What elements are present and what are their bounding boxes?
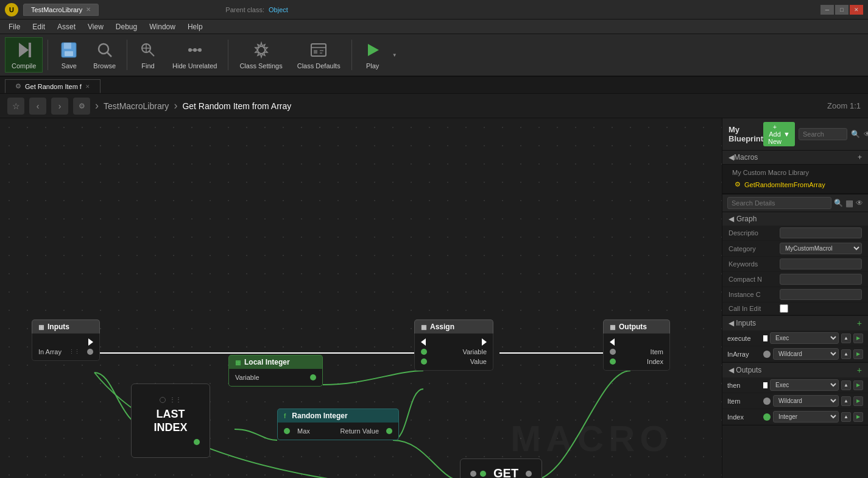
breadcrumb-project[interactable]: TestMacroLibrary bbox=[104, 101, 169, 111]
node-outputs: ▦ Outputs Item Index bbox=[603, 319, 670, 371]
menu-view[interactable]: View bbox=[82, 21, 110, 32]
menu-file[interactable]: File bbox=[2, 21, 26, 32]
menu-help[interactable]: Help bbox=[182, 21, 209, 32]
outputs-add-btn[interactable]: + bbox=[857, 365, 862, 375]
compile-label: Compile bbox=[12, 62, 36, 70]
back-button[interactable]: ‹ bbox=[29, 98, 46, 115]
menu-debug[interactable]: Debug bbox=[110, 21, 143, 32]
compile-icon bbox=[14, 40, 34, 60]
graph-keywords-row: Keywords bbox=[722, 257, 868, 272]
inarray-type-select[interactable]: Wildcard bbox=[773, 348, 839, 360]
instance-input[interactable] bbox=[780, 289, 862, 300]
add-new-dropdown-arrow[interactable]: ▼ bbox=[783, 130, 790, 138]
item-side-btn[interactable]: ▶ bbox=[853, 396, 863, 406]
io-then-label: then bbox=[727, 382, 761, 389]
svg-line-6 bbox=[107, 52, 111, 57]
inputs-exec-pin bbox=[88, 338, 93, 346]
get-title: GET bbox=[493, 466, 518, 478]
inputs-section-header[interactable]: ◀ Inputs + bbox=[722, 316, 868, 330]
execute-type-select[interactable]: Exec bbox=[770, 332, 839, 344]
toolbar-sep-4 bbox=[351, 40, 352, 70]
inarray-side-btn[interactable]: ▶ bbox=[853, 349, 863, 359]
class-defaults-label: Class Defaults bbox=[297, 62, 340, 70]
menu-asset[interactable]: Asset bbox=[51, 21, 82, 32]
node-last-index: ⋮⋮ LASTINDEX bbox=[131, 383, 210, 458]
graph-tab[interactable]: ⚙ Get Random Item f ✕ bbox=[5, 79, 101, 93]
compact-input[interactable] bbox=[780, 274, 862, 285]
main-tab[interactable]: TestMacroLibrary ✕ bbox=[23, 4, 99, 16]
details-eye-icon[interactable]: 👁 bbox=[856, 199, 863, 207]
forward-button[interactable]: › bbox=[51, 98, 68, 115]
sidebar-search-icon[interactable]: 🔍 bbox=[851, 130, 860, 138]
graph-instance-row: Instance C bbox=[722, 287, 868, 302]
sidebar-search-input[interactable] bbox=[799, 128, 847, 140]
blueprint-canvas[interactable]: ▦ Inputs In Array ⋮⋮ ▦ Outputs bbox=[0, 118, 722, 478]
toolbar-sep-2 bbox=[127, 40, 127, 70]
execute-up-btn[interactable]: ▲ bbox=[841, 334, 851, 343]
hide-unrelated-button[interactable]: Hide Unrelated bbox=[166, 38, 223, 72]
tab-close-btn[interactable]: ✕ bbox=[86, 6, 91, 13]
add-new-button[interactable]: + Add New ▼ bbox=[763, 122, 795, 146]
keywords-input[interactable] bbox=[780, 259, 862, 269]
svg-marker-22 bbox=[368, 44, 379, 56]
index-up-btn[interactable]: ▲ bbox=[841, 412, 851, 422]
parent-class-value[interactable]: Object bbox=[269, 6, 288, 13]
details-grid-view-icon[interactable]: ▦ bbox=[845, 198, 853, 208]
callinedit-checkbox[interactable] bbox=[780, 304, 788, 313]
svg-rect-21 bbox=[320, 52, 322, 54]
description-label: Descriptio bbox=[729, 229, 777, 237]
lastindex-out-pin bbox=[194, 439, 200, 445]
find-label: Find bbox=[141, 62, 154, 70]
then-type-select[interactable]: Exec bbox=[770, 379, 839, 391]
find-button[interactable]: Find bbox=[132, 38, 164, 72]
index-type-select[interactable]: Integer bbox=[773, 411, 839, 423]
save-button[interactable]: Save bbox=[53, 38, 85, 72]
inputs-add-btn[interactable]: + bbox=[857, 318, 862, 328]
play-dropdown-arrow[interactable]: ▼ bbox=[392, 52, 397, 58]
compile-button[interactable]: Compile bbox=[5, 37, 43, 73]
item-type-select[interactable]: Wildcard bbox=[773, 395, 839, 407]
inputs-grid-handle: ⋮⋮ bbox=[69, 349, 80, 355]
outputs-index-pin bbox=[610, 358, 616, 365]
graph-tab-icon: ⚙ bbox=[15, 82, 21, 90]
graph-section-header[interactable]: ◀ Graph bbox=[722, 212, 868, 226]
outputs-section-header[interactable]: ◀ Outputs + bbox=[722, 363, 868, 377]
menu-window[interactable]: Window bbox=[143, 21, 182, 32]
toolbar-sep-1 bbox=[48, 40, 48, 70]
category-label: Category bbox=[729, 245, 777, 252]
outputs-exec-row bbox=[610, 337, 663, 347]
io-index-row: Index Integer ▲ ▶ bbox=[722, 409, 868, 425]
then-side-btn[interactable]: ▶ bbox=[853, 380, 863, 390]
maximize-btn[interactable]: □ bbox=[835, 5, 849, 15]
graph-category-row: Category MyCustomMacrol bbox=[722, 241, 868, 257]
macros-section-header[interactable]: ◀ Macros + bbox=[722, 151, 868, 165]
description-input[interactable] bbox=[780, 227, 862, 238]
close-btn[interactable]: ✕ bbox=[850, 5, 863, 15]
class-defaults-button[interactable]: Class Defaults bbox=[291, 38, 347, 72]
keywords-label: Keywords bbox=[729, 260, 777, 268]
details-search-input[interactable] bbox=[727, 197, 831, 209]
class-settings-button[interactable]: Class Settings bbox=[233, 38, 288, 72]
minimize-btn[interactable]: ─ bbox=[820, 5, 834, 15]
instance-label: Instance C bbox=[729, 291, 777, 298]
assign-exec-in-pin bbox=[421, 338, 426, 346]
category-select[interactable]: MyCustomMacrol bbox=[780, 243, 862, 254]
settings-button[interactable]: ⚙ bbox=[73, 98, 90, 115]
io-item-label: Item bbox=[727, 398, 761, 405]
svg-rect-1 bbox=[29, 43, 31, 57]
get-random-item-macro[interactable]: ⚙ GetRandomItemFromArray bbox=[722, 178, 868, 191]
details-search-icon[interactable]: 🔍 bbox=[834, 199, 843, 207]
item-up-btn[interactable]: ▲ bbox=[841, 396, 851, 406]
macros-add-btn[interactable]: + bbox=[858, 153, 862, 162]
inarray-up-btn[interactable]: ▲ bbox=[841, 349, 851, 359]
browse-button[interactable]: Browse bbox=[87, 38, 122, 72]
execute-side-btn[interactable]: ▶ bbox=[853, 334, 863, 343]
then-up-btn[interactable]: ▲ bbox=[841, 380, 851, 390]
svg-rect-3 bbox=[64, 43, 71, 49]
graph-tab-close[interactable]: ✕ bbox=[85, 84, 90, 90]
play-button[interactable]: Play bbox=[357, 38, 389, 72]
index-side-btn[interactable]: ▶ bbox=[853, 412, 863, 422]
sidebar-eye-icon[interactable]: 👁 bbox=[864, 130, 868, 138]
star-button[interactable]: ☆ bbox=[7, 98, 24, 115]
menu-edit[interactable]: Edit bbox=[26, 21, 51, 32]
